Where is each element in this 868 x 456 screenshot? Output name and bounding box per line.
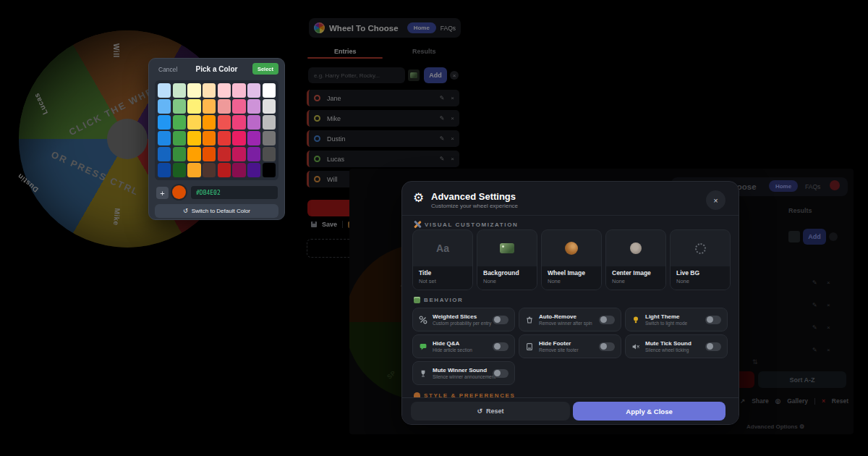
entry-row[interactable]: Mike ✎ ×	[307, 110, 459, 127]
color-swatch[interactable]	[158, 83, 171, 98]
add-entry-button[interactable]: Add	[424, 67, 447, 83]
color-swatch[interactable]	[158, 131, 171, 145]
color-swatch[interactable]	[247, 115, 260, 130]
color-swatch[interactable]	[158, 99, 171, 114]
toggle-weighted-slices[interactable]: Weighted Slices Custom probability per e…	[412, 308, 515, 332]
reset-button[interactable]: Reset	[832, 397, 848, 405]
hex-color-input[interactable]	[191, 186, 278, 199]
delete-entry-icon[interactable]: ×	[451, 95, 454, 101]
delete-entry-icon[interactable]: ×	[827, 302, 830, 308]
color-swatch[interactable]	[218, 99, 231, 114]
clear-input-button[interactable]	[829, 232, 838, 241]
save-button[interactable]: Save	[322, 221, 337, 228]
color-swatch[interactable]	[203, 131, 216, 145]
reset-button[interactable]: ↺ Reset	[411, 402, 570, 421]
sort-az-button[interactable]: Sort A-Z	[758, 371, 846, 388]
color-swatch[interactable]	[187, 99, 200, 114]
toggle-hide-footer[interactable]: Hide Footer Remove site footer	[519, 334, 621, 358]
toggle-switch[interactable]	[493, 342, 509, 351]
color-swatch[interactable]	[263, 83, 276, 98]
sort-arrows-icon[interactable]: ⇅	[752, 358, 758, 366]
toggle-switch[interactable]	[493, 369, 509, 378]
toggle-switch[interactable]	[599, 316, 615, 324]
switch-default-color-button[interactable]: ↺ Switch to Default Color	[155, 204, 278, 218]
color-swatch[interactable]	[232, 83, 245, 98]
faqs-link[interactable]: FAQs	[805, 183, 820, 190]
card-center-image[interactable]: Center Image None	[605, 229, 666, 290]
color-swatch[interactable]	[173, 115, 186, 130]
edit-entry-icon[interactable]: ✎	[812, 302, 817, 308]
entry-row[interactable]: Lucas ✎ ×	[307, 151, 459, 167]
color-swatch[interactable]	[218, 147, 231, 161]
color-swatch[interactable]	[187, 131, 200, 145]
edit-entry-icon[interactable]: ✎	[812, 347, 817, 353]
color-swatch[interactable]	[263, 147, 276, 161]
card-title[interactable]: Aa Title Not set	[412, 229, 473, 290]
color-swatch[interactable]	[232, 163, 245, 177]
entry-input[interactable]	[308, 67, 405, 83]
apply-close-button[interactable]: Apply & Close	[573, 402, 726, 421]
edit-entry-icon[interactable]: ✎	[440, 115, 445, 122]
delete-entry-icon[interactable]: ×	[827, 347, 830, 353]
color-swatch[interactable]	[187, 163, 200, 177]
advanced-options-link[interactable]: Advanced Options ⚙	[746, 423, 804, 430]
delete-entry-icon[interactable]: ×	[451, 135, 454, 142]
home-button[interactable]: Home	[769, 180, 798, 192]
color-swatch[interactable]	[187, 83, 200, 98]
delete-entry-icon[interactable]: ×	[451, 115, 454, 122]
delete-entry-icon[interactable]: ×	[827, 324, 830, 331]
current-color-swatch[interactable]	[172, 185, 186, 199]
color-swatch[interactable]	[247, 99, 260, 114]
color-swatch[interactable]	[203, 147, 216, 161]
color-swatch[interactable]	[218, 83, 231, 98]
color-swatch[interactable]	[203, 83, 216, 98]
home-button[interactable]: Home	[407, 22, 436, 33]
edit-entry-icon[interactable]: ✎	[812, 279, 817, 286]
toggle-mute-winner[interactable]: Mute Winner Sound Silence winner announc…	[412, 361, 515, 385]
toggle-light-theme[interactable]: Light Theme Switch to light mode	[625, 308, 728, 332]
color-swatch[interactable]	[203, 99, 216, 114]
toggle-switch[interactable]	[705, 316, 721, 324]
toggle-switch[interactable]	[599, 342, 615, 351]
tab-results[interactable]: Results	[788, 207, 812, 214]
clear-input-button[interactable]: ×	[450, 71, 459, 80]
toggle-switch[interactable]	[705, 342, 721, 351]
color-swatch[interactable]	[173, 99, 186, 114]
color-swatch[interactable]	[187, 115, 200, 130]
toggle-hide-qa[interactable]: Hide Q&A Hide article section	[412, 334, 515, 358]
color-swatch[interactable]	[158, 147, 171, 161]
add-color-button[interactable]: +	[156, 187, 169, 199]
toggle-auto-remove[interactable]: Auto-Remove Remove winner after spin	[519, 308, 621, 332]
delete-entry-icon[interactable]: ×	[827, 279, 830, 286]
color-swatch[interactable]	[218, 131, 231, 145]
image-upload-button[interactable]	[788, 231, 800, 242]
color-swatch[interactable]	[173, 163, 186, 177]
color-swatch[interactable]	[263, 163, 276, 177]
color-swatch[interactable]	[232, 131, 245, 145]
color-swatch[interactable]	[158, 163, 171, 177]
toggle-mute-tick[interactable]: Mute Tick Sound Silence wheel ticking	[625, 334, 728, 358]
color-swatch[interactable]	[263, 115, 276, 130]
color-swatch[interactable]	[218, 163, 231, 177]
edit-entry-icon[interactable]: ✎	[440, 135, 445, 142]
color-swatch[interactable]	[203, 115, 216, 130]
color-swatch[interactable]	[158, 115, 171, 130]
color-swatch[interactable]	[203, 163, 216, 177]
gallery-button[interactable]: Gallery	[787, 397, 808, 405]
color-swatch[interactable]	[173, 131, 186, 145]
header-badge-icon[interactable]	[830, 180, 840, 190]
edit-entry-icon[interactable]: ✎	[440, 95, 445, 101]
edit-entry-icon[interactable]: ✎	[812, 324, 817, 331]
share-button[interactable]: Share	[752, 397, 769, 405]
color-swatch[interactable]	[247, 131, 260, 145]
color-swatch[interactable]	[173, 83, 186, 98]
color-swatch[interactable]	[232, 115, 245, 130]
color-swatch[interactable]	[263, 131, 276, 145]
image-upload-button[interactable]	[408, 69, 420, 81]
card-background[interactable]: Background None	[477, 229, 537, 290]
color-swatch[interactable]	[247, 147, 260, 161]
color-swatch[interactable]	[173, 147, 186, 161]
color-swatch[interactable]	[187, 147, 200, 161]
delete-entry-icon[interactable]: ×	[451, 156, 454, 162]
tab-entries[interactable]: Entries	[334, 48, 357, 55]
